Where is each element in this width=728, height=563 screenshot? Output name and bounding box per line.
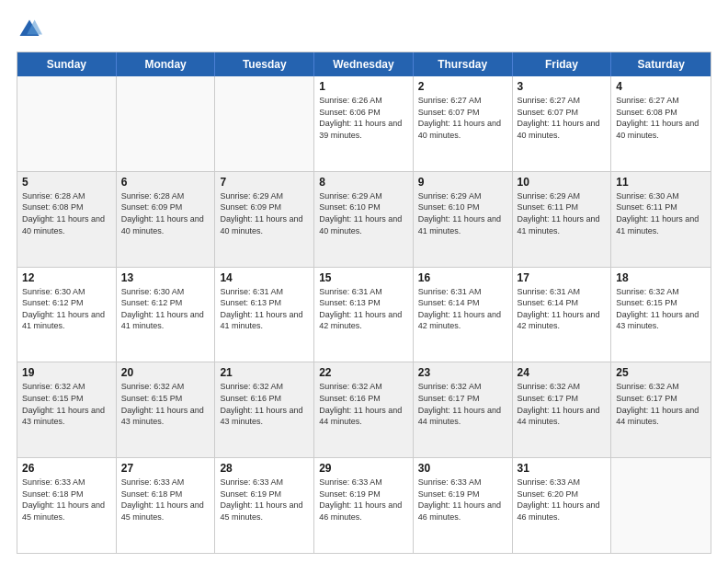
cell-sun-info: Sunrise: 6:30 AMSunset: 6:12 PMDaylight:… — [121, 286, 210, 332]
calendar-cell-day-7: 7Sunrise: 6:29 AMSunset: 6:09 PMDaylight… — [215, 172, 314, 267]
calendar-cell-day-27: 27Sunrise: 6:33 AMSunset: 6:18 PMDayligh… — [117, 458, 216, 553]
calendar-week-1: 1Sunrise: 6:26 AMSunset: 6:06 PMDaylight… — [17, 76, 711, 172]
day-number: 14 — [220, 271, 309, 284]
calendar-header-row: SundayMondayTuesdayWednesdayThursdayFrid… — [17, 52, 711, 76]
day-number: 11 — [616, 176, 706, 189]
header-day-wednesday: Wednesday — [314, 52, 414, 76]
calendar-week-5: 26Sunrise: 6:33 AMSunset: 6:18 PMDayligh… — [17, 458, 711, 553]
day-number: 17 — [518, 271, 607, 284]
day-number: 29 — [319, 462, 408, 475]
day-number: 9 — [418, 176, 507, 189]
header-day-thursday: Thursday — [414, 52, 513, 76]
day-number: 25 — [616, 366, 706, 379]
calendar-cell-day-14: 14Sunrise: 6:31 AMSunset: 6:13 PMDayligh… — [215, 268, 314, 362]
calendar-week-2: 5Sunrise: 6:28 AMSunset: 6:08 PMDaylight… — [17, 172, 711, 268]
calendar-cell-day-13: 13Sunrise: 6:30 AMSunset: 6:12 PMDayligh… — [117, 268, 216, 362]
calendar-cell-day-15: 15Sunrise: 6:31 AMSunset: 6:13 PMDayligh… — [314, 268, 414, 362]
day-number: 20 — [121, 366, 210, 379]
cell-sun-info: Sunrise: 6:31 AMSunset: 6:14 PMDaylight:… — [418, 286, 507, 332]
calendar-cell-day-31: 31Sunrise: 6:33 AMSunset: 6:20 PMDayligh… — [513, 458, 612, 553]
day-number: 23 — [418, 366, 507, 379]
calendar-body: 1Sunrise: 6:26 AMSunset: 6:06 PMDaylight… — [17, 76, 711, 553]
cell-sun-info: Sunrise: 6:30 AMSunset: 6:12 PMDaylight:… — [22, 286, 111, 332]
day-number: 18 — [616, 271, 706, 284]
calendar-cell-day-17: 17Sunrise: 6:31 AMSunset: 6:14 PMDayligh… — [513, 268, 612, 362]
cell-sun-info: Sunrise: 6:29 AMSunset: 6:10 PMDaylight:… — [418, 190, 507, 236]
cell-sun-info: Sunrise: 6:30 AMSunset: 6:11 PMDaylight:… — [616, 190, 706, 236]
calendar-cell-day-5: 5Sunrise: 6:28 AMSunset: 6:08 PMDaylight… — [17, 172, 117, 267]
calendar-cell-day-24: 24Sunrise: 6:32 AMSunset: 6:17 PMDayligh… — [513, 362, 612, 457]
calendar-cell-empty-0-1 — [117, 76, 216, 171]
cell-sun-info: Sunrise: 6:32 AMSunset: 6:17 PMDaylight:… — [616, 381, 706, 427]
day-number: 8 — [319, 176, 408, 189]
day-number: 16 — [418, 271, 507, 284]
day-number: 1 — [319, 80, 408, 93]
cell-sun-info: Sunrise: 6:33 AMSunset: 6:19 PMDaylight:… — [319, 477, 408, 523]
cell-sun-info: Sunrise: 6:33 AMSunset: 6:19 PMDaylight:… — [220, 477, 309, 523]
cell-sun-info: Sunrise: 6:32 AMSunset: 6:17 PMDaylight:… — [418, 381, 507, 427]
calendar-cell-day-1: 1Sunrise: 6:26 AMSunset: 6:06 PMDaylight… — [314, 76, 414, 171]
calendar-week-3: 12Sunrise: 6:30 AMSunset: 6:12 PMDayligh… — [17, 268, 711, 363]
day-number: 26 — [22, 462, 111, 475]
calendar-cell-day-6: 6Sunrise: 6:28 AMSunset: 6:09 PMDaylight… — [117, 172, 216, 267]
calendar-cell-empty-0-2 — [215, 76, 314, 171]
day-number: 22 — [319, 366, 408, 379]
cell-sun-info: Sunrise: 6:32 AMSunset: 6:17 PMDaylight:… — [518, 381, 607, 427]
cell-sun-info: Sunrise: 6:31 AMSunset: 6:14 PMDaylight:… — [518, 286, 607, 332]
cell-sun-info: Sunrise: 6:27 AMSunset: 6:07 PMDaylight:… — [518, 95, 607, 141]
cell-sun-info: Sunrise: 6:28 AMSunset: 6:08 PMDaylight:… — [22, 190, 111, 236]
header-day-sunday: Sunday — [17, 52, 117, 76]
day-number: 31 — [518, 462, 607, 475]
calendar-week-4: 19Sunrise: 6:32 AMSunset: 6:15 PMDayligh… — [17, 362, 711, 458]
cell-sun-info: Sunrise: 6:29 AMSunset: 6:11 PMDaylight:… — [518, 190, 607, 236]
cell-sun-info: Sunrise: 6:32 AMSunset: 6:15 PMDaylight:… — [22, 381, 111, 427]
calendar-cell-day-28: 28Sunrise: 6:33 AMSunset: 6:19 PMDayligh… — [215, 458, 314, 553]
calendar-cell-day-22: 22Sunrise: 6:32 AMSunset: 6:16 PMDayligh… — [314, 362, 414, 457]
logo — [17, 17, 44, 42]
cell-sun-info: Sunrise: 6:27 AMSunset: 6:07 PMDaylight:… — [418, 95, 507, 141]
calendar-cell-empty-0-0 — [17, 76, 117, 171]
cell-sun-info: Sunrise: 6:33 AMSunset: 6:18 PMDaylight:… — [22, 477, 111, 523]
calendar-cell-empty-4-6 — [611, 458, 711, 553]
day-number: 15 — [319, 271, 408, 284]
logo-icon — [17, 17, 42, 42]
day-number: 21 — [220, 366, 309, 379]
calendar-cell-day-9: 9Sunrise: 6:29 AMSunset: 6:10 PMDaylight… — [414, 172, 513, 267]
day-number: 3 — [518, 80, 607, 93]
calendar-cell-day-8: 8Sunrise: 6:29 AMSunset: 6:10 PMDaylight… — [314, 172, 414, 267]
day-number: 2 — [418, 80, 507, 93]
header-day-monday: Monday — [117, 52, 216, 76]
calendar-cell-day-26: 26Sunrise: 6:33 AMSunset: 6:18 PMDayligh… — [17, 458, 117, 553]
calendar-cell-day-12: 12Sunrise: 6:30 AMSunset: 6:12 PMDayligh… — [17, 268, 117, 362]
cell-sun-info: Sunrise: 6:26 AMSunset: 6:06 PMDaylight:… — [319, 95, 408, 141]
day-number: 28 — [220, 462, 309, 475]
cell-sun-info: Sunrise: 6:33 AMSunset: 6:19 PMDaylight:… — [418, 477, 507, 523]
cell-sun-info: Sunrise: 6:31 AMSunset: 6:13 PMDaylight:… — [319, 286, 408, 332]
header — [17, 17, 711, 42]
day-number: 12 — [22, 271, 111, 284]
day-number: 19 — [22, 366, 111, 379]
cell-sun-info: Sunrise: 6:32 AMSunset: 6:15 PMDaylight:… — [616, 286, 706, 332]
calendar-cell-day-11: 11Sunrise: 6:30 AMSunset: 6:11 PMDayligh… — [611, 172, 711, 267]
calendar-cell-day-3: 3Sunrise: 6:27 AMSunset: 6:07 PMDaylight… — [513, 76, 612, 171]
day-number: 24 — [518, 366, 607, 379]
cell-sun-info: Sunrise: 6:29 AMSunset: 6:10 PMDaylight:… — [319, 190, 408, 236]
day-number: 5 — [22, 176, 111, 189]
calendar-cell-day-19: 19Sunrise: 6:32 AMSunset: 6:15 PMDayligh… — [17, 362, 117, 457]
calendar-cell-day-23: 23Sunrise: 6:32 AMSunset: 6:17 PMDayligh… — [414, 362, 513, 457]
cell-sun-info: Sunrise: 6:28 AMSunset: 6:09 PMDaylight:… — [121, 190, 210, 236]
calendar-cell-day-10: 10Sunrise: 6:29 AMSunset: 6:11 PMDayligh… — [513, 172, 612, 267]
cell-sun-info: Sunrise: 6:27 AMSunset: 6:08 PMDaylight:… — [616, 95, 706, 141]
header-day-friday: Friday — [513, 52, 612, 76]
day-number: 7 — [220, 176, 309, 189]
cell-sun-info: Sunrise: 6:29 AMSunset: 6:09 PMDaylight:… — [220, 190, 309, 236]
calendar-cell-day-2: 2Sunrise: 6:27 AMSunset: 6:07 PMDaylight… — [414, 76, 513, 171]
cell-sun-info: Sunrise: 6:32 AMSunset: 6:16 PMDaylight:… — [319, 381, 408, 427]
header-day-tuesday: Tuesday — [215, 52, 314, 76]
calendar-cell-day-29: 29Sunrise: 6:33 AMSunset: 6:19 PMDayligh… — [314, 458, 414, 553]
day-number: 10 — [518, 176, 607, 189]
calendar-cell-day-18: 18Sunrise: 6:32 AMSunset: 6:15 PMDayligh… — [611, 268, 711, 362]
cell-sun-info: Sunrise: 6:32 AMSunset: 6:15 PMDaylight:… — [121, 381, 210, 427]
cell-sun-info: Sunrise: 6:33 AMSunset: 6:20 PMDaylight:… — [518, 477, 607, 523]
cell-sun-info: Sunrise: 6:31 AMSunset: 6:13 PMDaylight:… — [220, 286, 309, 332]
